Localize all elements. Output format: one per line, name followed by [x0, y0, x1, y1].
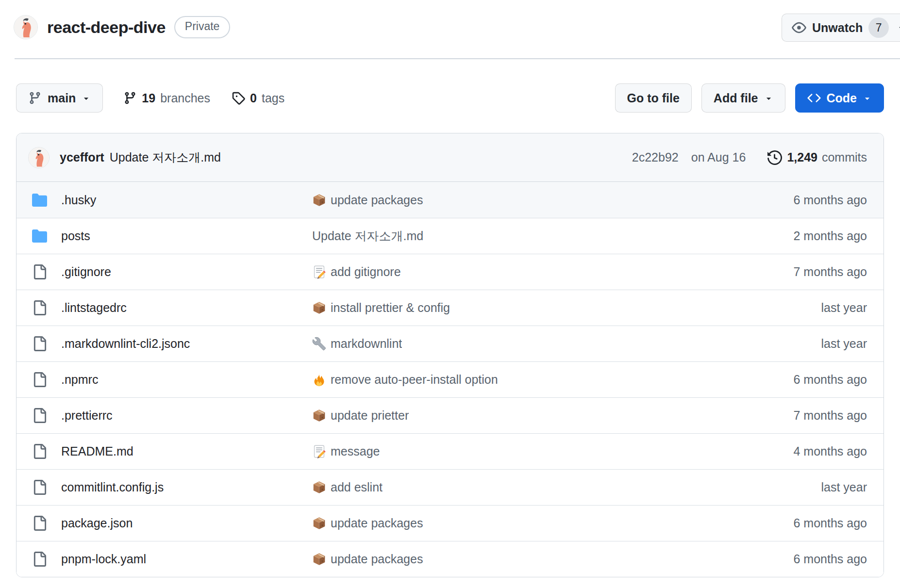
file-rows: .huskyupdate packages6 months agopostsUp…: [17, 182, 883, 577]
repo-toolbar: main 19 branches 0 tags Go to file Add f…: [16, 83, 884, 113]
file-name-link[interactable]: commitlint.config.js: [61, 480, 164, 494]
commit-message-link[interactable]: add eslint: [331, 480, 383, 494]
file-icon: [32, 480, 47, 495]
file-name-link[interactable]: .husky: [61, 193, 96, 207]
commit-sha-link[interactable]: 2c22b92: [632, 150, 679, 164]
tag-icon: [232, 91, 245, 105]
code-button[interactable]: Code: [795, 83, 884, 113]
code-label: Code: [827, 91, 857, 105]
branches-count: 19: [142, 91, 155, 105]
current-branch-label: main: [48, 91, 76, 105]
commit-message-link[interactable]: update prietter: [331, 408, 409, 423]
commit-message-cell: update packages: [312, 516, 784, 530]
folder-icon: [32, 229, 47, 244]
file-row: .prettierrcupdate prietter7 months ago: [17, 397, 883, 433]
file-name-cell: .husky: [32, 193, 312, 208]
commit-message-cell: markdownlint: [312, 337, 812, 351]
watch-count-badge: 7: [868, 17, 889, 38]
commit-age-link[interactable]: last year: [821, 480, 867, 494]
commit-message-link[interactable]: message: [331, 444, 380, 458]
file-name-cell: .prettierrc: [32, 408, 312, 423]
file-icon: [32, 516, 47, 531]
folder-icon: [32, 193, 47, 208]
commit-message-link[interactable]: add gitignore: [331, 265, 401, 279]
file-icon: [32, 264, 47, 279]
package-emoji: [312, 480, 326, 494]
commit-message-link[interactable]: update packages: [331, 552, 423, 566]
file-name-link[interactable]: .lintstagedrc: [61, 301, 127, 315]
commit-message-link[interactable]: update packages: [331, 193, 423, 207]
commit-age-link[interactable]: 6 months ago: [794, 193, 867, 207]
commits-label: commits: [822, 150, 867, 164]
add-file-button[interactable]: Add file: [701, 83, 785, 113]
branches-link[interactable]: 19 branches: [123, 91, 210, 105]
commit-age-link[interactable]: 7 months ago: [794, 265, 867, 279]
file-row: package.jsonupdate packages6 months ago: [17, 505, 883, 541]
chevron-down-icon: [82, 94, 91, 103]
commit-age-link[interactable]: 6 months ago: [794, 516, 867, 530]
file-name-cell: posts: [32, 229, 312, 244]
file-name-link[interactable]: .markdownlint-cli2.jsonc: [61, 337, 190, 351]
commit-message-link[interactable]: remove auto-peer-install option: [331, 373, 498, 387]
tags-label: tags: [262, 91, 284, 105]
file-row: commitlint.config.jsadd eslintlast year: [17, 469, 883, 505]
commit-age-link[interactable]: 7 months ago: [794, 408, 867, 423]
commit-message-link[interactable]: update packages: [331, 516, 423, 530]
commit-message-cell: Update 저자소개.md: [312, 228, 784, 244]
memo-emoji: [312, 265, 326, 279]
add-file-label: Add file: [714, 91, 758, 105]
commit-message-link[interactable]: Update 저자소개.md: [312, 228, 423, 244]
package-emoji: [312, 301, 326, 315]
repo-header: react-deep-dive Private: [14, 12, 230, 43]
commit-message-link[interactable]: install prettier & config: [331, 301, 450, 315]
commit-message-cell: update prietter: [312, 408, 784, 423]
fire-emoji: [312, 373, 326, 387]
file-row: .gitignoreadd gitignore7 months ago: [17, 254, 883, 290]
code-icon: [807, 91, 821, 105]
commit-author-avatar[interactable]: [28, 147, 50, 168]
commit-message-cell: add gitignore: [312, 265, 784, 279]
owner-avatar[interactable]: [14, 15, 38, 39]
header-divider: [15, 58, 900, 59]
eye-icon: [792, 20, 806, 35]
commit-age-link[interactable]: 6 months ago: [794, 552, 867, 566]
file-row: .huskyupdate packages6 months ago: [17, 182, 883, 218]
commit-history-link[interactable]: 1,249 commits: [763, 150, 867, 165]
unwatch-button[interactable]: Unwatch 7: [782, 14, 900, 42]
go-to-file-button[interactable]: Go to file: [615, 83, 692, 113]
commit-age-link[interactable]: 4 months ago: [794, 444, 867, 458]
commit-message-cell: message: [312, 444, 784, 458]
unwatch-label: Unwatch: [812, 21, 863, 35]
file-row: .npmrcremove auto-peer-install option6 m…: [17, 361, 883, 397]
file-name-cell: .lintstagedrc: [32, 300, 312, 315]
commit-age-link[interactable]: last year: [821, 301, 867, 315]
file-name-link[interactable]: .npmrc: [61, 373, 98, 387]
file-name-link[interactable]: posts: [61, 229, 90, 243]
latest-commit-bar: yceffort Update 저자소개.md 2c22b92 on Aug 1…: [17, 133, 883, 182]
commit-date: on Aug 16: [691, 150, 746, 164]
file-row: postsUpdate 저자소개.md2 months ago: [17, 218, 883, 254]
commit-age-link[interactable]: 2 months ago: [794, 229, 867, 243]
wrench-emoji: [312, 337, 326, 351]
visibility-badge: Private: [174, 16, 231, 38]
commit-message-link[interactable]: markdownlint: [331, 337, 402, 351]
file-name-link[interactable]: README.md: [61, 444, 133, 458]
file-name-link[interactable]: pnpm-lock.yaml: [61, 552, 146, 566]
commit-message-cell: remove auto-peer-install option: [312, 373, 784, 387]
commit-age-link[interactable]: last year: [821, 337, 867, 351]
file-row: pnpm-lock.yamlupdate packages6 months ag…: [17, 541, 883, 577]
branch-selector-button[interactable]: main: [16, 83, 103, 113]
file-name-link[interactable]: .gitignore: [61, 265, 111, 279]
commit-message-cell: update packages: [312, 552, 784, 566]
commit-age-link[interactable]: 6 months ago: [794, 373, 867, 387]
repo-title[interactable]: react-deep-dive: [47, 18, 166, 37]
chevron-down-icon: [897, 23, 900, 33]
file-name-link[interactable]: package.json: [61, 516, 133, 530]
file-name-link[interactable]: .prettierrc: [61, 408, 113, 423]
chevron-down-icon: [764, 94, 773, 103]
git-branch-icon: [123, 91, 137, 105]
file-name-cell: .gitignore: [32, 264, 312, 279]
tags-link[interactable]: 0 tags: [232, 91, 284, 105]
commit-author-link[interactable]: yceffort: [60, 150, 104, 164]
latest-commit-message-link[interactable]: Update 저자소개.md: [110, 149, 221, 165]
